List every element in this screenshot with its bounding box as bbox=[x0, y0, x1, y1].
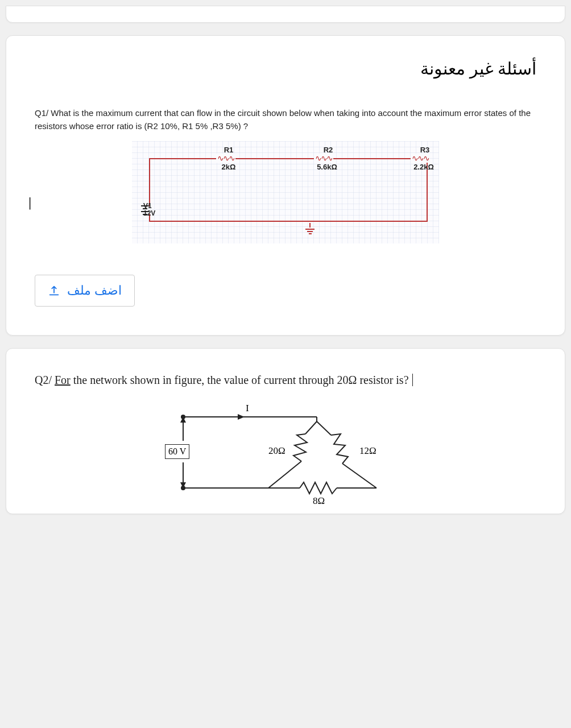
r2-label: R2 bbox=[314, 146, 342, 154]
question-card-2: Q2/ For the network shown in figure, the… bbox=[6, 348, 565, 514]
resistor-icon: ∿∿∿ bbox=[216, 154, 235, 163]
question-card-1: أسئلة غير معنونة Q1/ What is the maximum… bbox=[6, 35, 565, 336]
ground-icon bbox=[305, 222, 315, 235]
q2-circuit-overlay bbox=[155, 400, 416, 508]
q2-current-label: I bbox=[246, 403, 249, 414]
q2-for: For bbox=[55, 374, 71, 386]
resistor-icon: ∿∿∿ bbox=[314, 154, 333, 163]
svg-line-22 bbox=[317, 421, 331, 435]
r2-value: 5.6kΩ bbox=[313, 163, 341, 171]
previous-card-stub bbox=[6, 6, 565, 23]
q2-prefix: Q2/ bbox=[35, 374, 55, 386]
q2-r20-label: 20Ω bbox=[268, 445, 286, 457]
svg-line-21 bbox=[268, 461, 301, 488]
upload-icon bbox=[48, 284, 60, 297]
r1-label: R1 bbox=[214, 146, 243, 154]
svg-marker-18 bbox=[238, 414, 245, 420]
r3-value: 2.2kΩ bbox=[409, 163, 438, 171]
q2-voltage-source: 60 V bbox=[165, 444, 189, 459]
svg-line-20 bbox=[305, 421, 317, 434]
resistor-icon: ∿∿∿ bbox=[411, 154, 430, 163]
r3-label: R3 bbox=[411, 146, 439, 154]
add-file-label: اضف ملف bbox=[67, 283, 122, 298]
q1-circuit-diagram: R1 ∿∿∿ 2kΩ R2 ∿∿∿ 5.6kΩ R3 ∿∿∿ 2.2kΩ V1 … bbox=[132, 141, 439, 243]
q2-r8-label: 8Ω bbox=[313, 495, 325, 507]
section-title: أسئلة غير معنونة bbox=[35, 59, 536, 78]
r1-value: 2kΩ bbox=[214, 163, 243, 171]
q2-text: Q2/ For the network shown in figure, the… bbox=[35, 371, 536, 388]
text-cursor: | bbox=[26, 195, 34, 209]
battery-icon bbox=[141, 205, 149, 217]
text-cursor bbox=[409, 374, 413, 386]
q2-r12-label: 12Ω bbox=[359, 445, 376, 457]
q1-text: Q1/ What is the maximum current that can… bbox=[35, 107, 536, 133]
q2-circuit-diagram: 60 V I 20Ω 12Ω 8Ω bbox=[155, 400, 416, 508]
svg-line-23 bbox=[342, 464, 376, 488]
q2-rest: the network shown in figure, the value o… bbox=[71, 374, 409, 386]
add-file-button[interactable]: اضف ملف bbox=[35, 275, 135, 307]
